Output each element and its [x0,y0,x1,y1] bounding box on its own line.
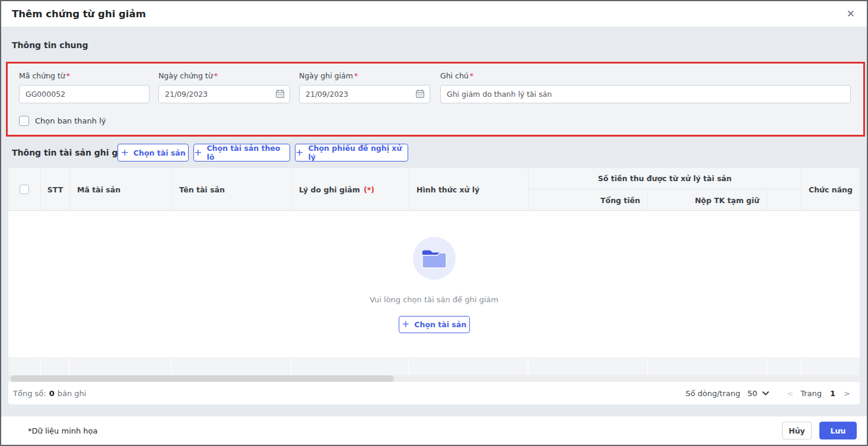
liquidation-board-label: Chọn ban thanh lý [35,116,106,125]
add-decrease-document-modal: Thêm chứng từ ghi giảm ✕ Thông tin chung… [0,0,868,446]
button-label: Chọn phiếu đề nghị xử lý [308,144,408,162]
button-label: Chọn tài sản [414,320,466,329]
rows-per-page-select[interactable]: 50 [748,389,770,398]
liquidation-board-row: Chọn ban thanh lý [19,116,106,126]
page-label: Trang [800,389,822,398]
button-label: Chọn tài sản theo lô [206,144,290,162]
choose-asset-button[interactable]: + Chọn tài sản [117,144,189,162]
note-field: Ghi chú* [440,71,851,103]
rows-per-page-value: 50 [748,389,758,398]
footer-cell [802,358,860,376]
calendar-icon[interactable] [275,89,285,101]
empty-state-choose-asset-button[interactable]: + Chọn tài sản [399,316,470,333]
cancel-button[interactable]: Hủy [782,422,812,439]
header-empty-subcell [767,189,802,211]
liquidation-board-checkbox[interactable] [19,116,29,126]
rows-per-page-label: Số dòng/trang [685,389,740,398]
empty-folder-icon [413,237,456,280]
field-label-text: Ngày chứng từ [158,71,213,80]
total-count: 0 [49,389,55,398]
note-input[interactable] [440,85,851,103]
header-asset-code: Mã tài sản [70,168,172,211]
next-page-arrow[interactable]: > [844,389,850,398]
general-section-heading: Thông tin chung [12,40,88,50]
calendar-icon[interactable] [415,89,425,101]
footer-cell [409,358,529,376]
document-date-input[interactable] [158,85,290,103]
header-reason-text: Lý do ghi giảm [299,185,360,194]
chevron-down-icon [762,391,769,396]
watermark-text: *Dữ liệu minh họa [28,426,98,435]
current-page-number: 1 [830,389,835,398]
pagination-bar: Tổng số: 0 bản ghi Số dòng/trang 50 < Tr… [8,382,860,404]
note-label: Ghi chú* [440,71,851,80]
horizontal-scrollbar-thumb[interactable] [11,375,394,382]
button-label: Chọn tài sản [133,148,186,157]
header-reason: Lý do ghi giảm (*) [292,168,409,211]
footer-cell [648,358,767,376]
header-select-all-cell [8,168,41,211]
document-date-field: Ngày chứng từ* [158,71,290,103]
required-asterisk: * [354,71,358,80]
footer-cell [70,358,172,376]
header-total-amount: Tổng tiền [529,189,648,211]
decrease-date-field: Ngày ghi giảm* [299,71,430,103]
footer-cell [41,358,70,376]
table-empty-state: Vui lòng chọn tài sản để ghi giảm + Chọn… [8,211,860,358]
header-stt: STT [41,168,70,211]
table-footer-row [8,358,860,375]
header-deposit-account: Nộp TK tạm giữ [648,189,767,211]
required-asterisk: * [66,71,70,80]
document-code-input[interactable] [19,85,150,103]
required-asterisk: * [214,71,218,80]
document-date-label: Ngày chứng từ* [158,71,290,80]
field-label-text: Ghi chú [440,71,469,80]
table-header: STT Mã tài sản Tên tài sản Lý do ghi giả… [8,168,860,211]
select-all-checkbox[interactable] [20,185,29,194]
header-actions: Chức năng [802,168,860,211]
assets-section-heading: Thông tin tài sản ghi giảm [12,148,135,157]
header-asset-name: Tên tài sản [172,168,292,211]
required-asterisk: * [470,71,473,80]
plus-icon: + [402,320,409,329]
field-label-text: Ngày ghi giảm [299,71,353,80]
document-code-field: Mã chứng từ* [19,71,150,103]
header-proceeds-group: Số tiền thu được từ xử lý tài sản [529,168,802,189]
choose-asset-by-lot-button[interactable]: + Chọn tài sản theo lô [193,144,290,162]
assets-table: STT Mã tài sản Tên tài sản Lý do ghi giả… [8,168,860,404]
footer-cell [8,358,41,376]
modal-title: Thêm chứng từ ghi giảm [12,8,146,20]
plus-icon: + [295,148,303,157]
header-handling-method: Hình thức xử lý [409,168,529,211]
plus-icon: + [194,148,202,157]
required-mark: (*) [364,185,374,194]
footer-cell [292,358,409,376]
horizontal-scrollbar-track [8,375,860,382]
close-icon[interactable]: ✕ [847,9,855,19]
document-code-label: Mã chứng từ* [19,71,150,80]
footer-cell [767,358,802,376]
total-suffix: bản ghi [58,389,87,398]
modal-footer: *Dữ liệu minh họa Hủy Lưu [1,416,867,445]
plus-icon: + [120,148,128,157]
footer-cell [172,358,292,376]
footer-cell [529,358,648,376]
empty-state-message: Vui lòng chọn tài sản để ghi giảm [370,295,498,304]
modal-titlebar: Thêm chứng từ ghi giảm ✕ [1,1,867,27]
prev-page-arrow[interactable]: < [787,389,793,398]
decrease-date-label: Ngày ghi giảm* [299,71,430,80]
total-prefix: Tổng số: [13,389,46,398]
field-label-text: Mã chứng từ [19,71,65,80]
save-button[interactable]: Lưu [819,422,857,439]
decrease-date-input[interactable] [299,85,430,103]
total-records: Tổng số: 0 bản ghi [13,389,86,398]
pager-controls: Số dòng/trang 50 < Trang 1 > [685,389,850,398]
choose-disposal-request-button[interactable]: + Chọn phiếu đề nghị xử lý [295,144,408,162]
